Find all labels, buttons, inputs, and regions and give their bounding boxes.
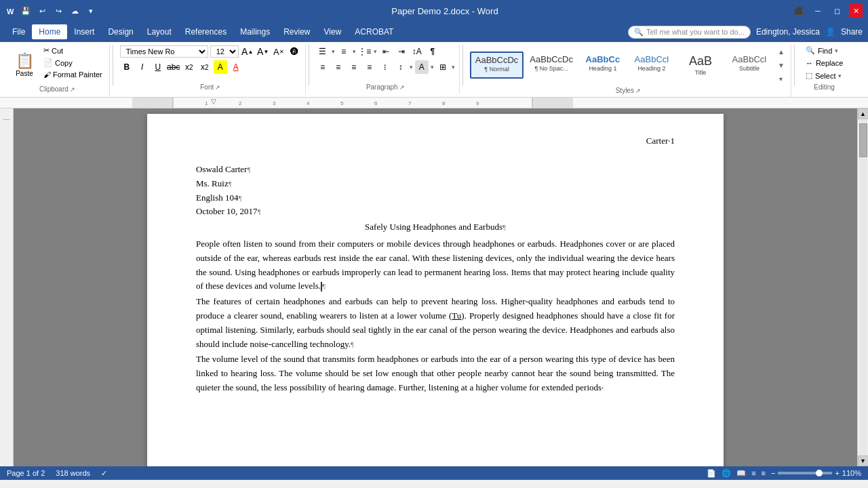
find-button[interactable]: 🔍 Find ▾ [802, 45, 847, 56]
more-commands-button[interactable]: ▾ [84, 4, 98, 18]
menu-layout[interactable]: Layout [140, 24, 178, 39]
replace-button[interactable]: ↔ Replace [802, 58, 847, 68]
zoom-out-button[interactable]: − [771, 469, 775, 477]
select-dropdown[interactable]: ▾ [838, 73, 842, 79]
styles-expand-icon[interactable]: ↗ [635, 87, 641, 94]
share-button[interactable]: Share [841, 27, 863, 37]
paste-button[interactable]: 📋 Paste [9, 45, 39, 84]
zoom-in-button[interactable]: + [835, 469, 839, 477]
styles-scroll-up[interactable]: ▲ [776, 45, 787, 58]
font-size-select[interactable]: 12 [210, 45, 239, 58]
shading-dropdown[interactable]: ▾ [431, 64, 434, 70]
bullets-button[interactable]: ☰ [316, 45, 330, 58]
text-effects-button[interactable]: 🅐 [288, 45, 301, 58]
proofing-icon[interactable]: ✓ [101, 469, 107, 478]
strikethrough-button[interactable]: abc [167, 60, 180, 74]
separator-2 [309, 45, 309, 85]
subscript-button[interactable]: x2 [182, 60, 196, 74]
style-heading1[interactable]: AaBbCc Heading 1 [579, 52, 627, 79]
show-formatting-button[interactable]: ¶ [426, 45, 439, 58]
menu-file[interactable]: File [5, 24, 32, 39]
status-bar: Page 1 of 2 318 words ✓ 📄 🌐 📖 ≡ ≡ − + 11… [0, 466, 868, 480]
numbering-dropdown[interactable]: ▾ [353, 48, 356, 55]
menu-mailings[interactable]: Mailings [233, 24, 277, 39]
increase-indent-button[interactable]: ⇥ [395, 45, 408, 58]
align-center-button[interactable]: ≡ [332, 60, 345, 74]
align-left-button[interactable]: ≡ [316, 60, 330, 74]
close-button[interactable]: ✕ [849, 4, 863, 18]
zoom-slider[interactable] [778, 472, 832, 474]
font-expand-icon[interactable]: ↗ [215, 84, 220, 91]
ribbon-display-button[interactable]: ⬛ [792, 4, 806, 18]
copy-button[interactable]: 📄 Copy [41, 57, 105, 68]
line-spacing-dropdown[interactable]: ▾ [410, 64, 413, 70]
style-normal[interactable]: AaBbCcDc ¶ Normal [470, 52, 524, 79]
clipboard-expand-icon[interactable]: ↗ [70, 86, 75, 93]
zoom-level[interactable]: 110% [842, 469, 861, 477]
maximize-button[interactable]: ◻ [830, 4, 844, 18]
font-grow-button[interactable]: A▲ [241, 45, 254, 58]
shading-button[interactable]: A [415, 60, 429, 74]
styles-scroll-down[interactable]: ▼ [776, 58, 787, 72]
find-dropdown[interactable]: ▾ [835, 47, 838, 54]
underline-button[interactable]: U [151, 60, 165, 74]
styles-expand-button[interactable]: ▾ [776, 72, 787, 85]
tell-me-input[interactable]: 🔍 Tell me what you want to do... [628, 26, 751, 39]
align-right-button[interactable]: ≡ [347, 60, 361, 74]
borders-dropdown[interactable]: ▾ [452, 64, 455, 70]
para-1-text: People often listen to sound from their … [196, 239, 675, 291]
multilevel-button[interactable]: ⋮≡ [358, 45, 372, 58]
menu-review[interactable]: Review [277, 24, 317, 39]
format-painter-button[interactable]: 🖌 Format Painter [41, 69, 105, 80]
menu-insert[interactable]: Insert [67, 24, 101, 39]
header-right-text: Carter·1 [646, 136, 675, 146]
justify-button[interactable]: ≡ [363, 60, 376, 74]
menu-design[interactable]: Design [101, 24, 140, 39]
scroll-thumb[interactable] [859, 123, 867, 157]
superscript-button[interactable]: x2 [198, 60, 212, 74]
borders-button[interactable]: ⊞ [436, 60, 450, 74]
font-color-button[interactable]: A [229, 60, 243, 74]
decrease-indent-button[interactable]: ⇤ [379, 45, 393, 58]
menu-home[interactable]: Home [32, 24, 67, 39]
column-break-button[interactable]: ⫶ [378, 60, 392, 74]
doc-view-draft-icon[interactable]: ≡ [762, 469, 766, 477]
paragraph-expand-icon[interactable]: ↗ [399, 84, 405, 91]
minimize-button[interactable]: ─ [811, 4, 825, 18]
document-scroll[interactable]: Carter·1 Oswald Carter¶ Ms. Ruiz¶ Englis… [14, 108, 857, 466]
select-button[interactable]: ⬚ Select ▾ [802, 70, 847, 81]
highlight-button[interactable]: A [214, 60, 227, 74]
doc-view-print-icon[interactable]: 📄 [707, 469, 716, 478]
editing-group-label: Editing [802, 82, 847, 91]
scroll-up-button[interactable]: ▲ [858, 108, 869, 119]
bold-button[interactable]: B [120, 60, 134, 74]
multilevel-dropdown[interactable]: ▾ [374, 48, 377, 55]
font-shrink-button[interactable]: A▼ [256, 45, 270, 58]
doc-view-outline-icon[interactable]: ≡ [751, 469, 755, 477]
zoom-controls: − + 110% [771, 469, 861, 477]
style-subtitle[interactable]: AaBbCcl Subtitle [726, 52, 773, 79]
style-no-space[interactable]: AaBbCcDc ¶ No Spac... [525, 52, 578, 79]
redo-button[interactable]: ↪ [52, 4, 65, 18]
menu-acrobat[interactable]: ACROBAT [348, 24, 400, 39]
numbering-button[interactable]: ≡ [337, 45, 351, 58]
sort-button[interactable]: ↕A [410, 45, 424, 58]
pilcrow-2: ¶ [229, 180, 232, 188]
font-name-select[interactable]: Times New Ro [120, 45, 208, 58]
style-heading2[interactable]: AaBbCcl Heading 2 [628, 52, 675, 79]
style-heading1-label: Heading 1 [589, 65, 616, 72]
autosave-button[interactable]: ☁ [68, 4, 81, 18]
clear-format-button[interactable]: A✕ [272, 45, 285, 58]
doc-view-read-icon[interactable]: 📖 [736, 469, 746, 478]
italic-button[interactable]: I [136, 60, 149, 74]
style-title[interactable]: AaB Title [677, 52, 724, 79]
menu-references[interactable]: References [178, 24, 233, 39]
scroll-down-button[interactable]: ▼ [858, 455, 869, 466]
line-spacing-button[interactable]: ↕ [394, 60, 408, 74]
menu-view[interactable]: View [317, 24, 349, 39]
bullets-dropdown[interactable]: ▾ [332, 48, 335, 55]
save-button[interactable]: 💾 [19, 4, 33, 18]
doc-view-web-icon[interactable]: 🌐 [722, 469, 731, 478]
cut-button[interactable]: ✂ Cut [41, 45, 105, 56]
undo-button[interactable]: ↩ [35, 4, 49, 18]
